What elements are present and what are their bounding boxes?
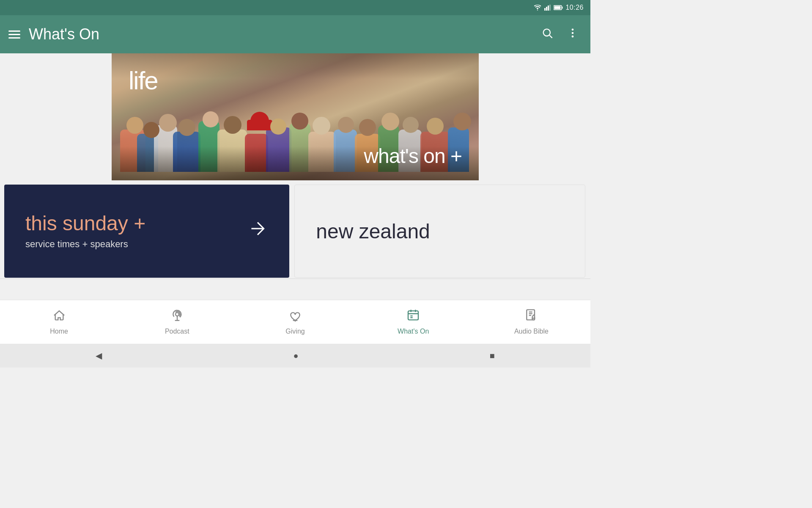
page-title: What's On [29, 25, 99, 43]
nav-label-giving: Giving [285, 328, 304, 335]
nav-label-whats-on: What's On [398, 328, 429, 335]
hero-image[interactable]: life what's on + [112, 53, 479, 180]
new-zealand-card[interactable]: new zealand [294, 185, 585, 278]
nav-item-audio-bible[interactable]: Audio Bible [472, 304, 590, 340]
back-button[interactable]: ◀ [83, 346, 115, 365]
svg-point-7 [543, 29, 550, 36]
nav-item-podcast[interactable]: Podcast [118, 304, 236, 340]
this-sunday-card[interactable]: this sunday + service times + speakers [4, 185, 289, 278]
recents-button[interactable]: ■ [477, 347, 508, 365]
nav-item-giving[interactable]: Giving [236, 304, 354, 340]
nav-label-audio-bible: Audio Bible [514, 328, 549, 335]
svg-point-10 [572, 32, 574, 34]
battery-icon [554, 5, 563, 10]
app-bar-actions [538, 24, 582, 45]
home-icon [52, 309, 66, 325]
nav-item-whats-on[interactable]: What's On [354, 304, 472, 340]
svg-rect-2 [548, 6, 549, 11]
system-nav: ◀ ● ■ [0, 344, 590, 367]
svg-rect-5 [562, 7, 563, 9]
hero-left-bg [0, 53, 112, 180]
divider [0, 279, 590, 279]
cards-section: this sunday + service times + speakers n… [0, 180, 590, 279]
status-icons: 10:26 [533, 4, 584, 11]
nav-label-home: Home [50, 328, 68, 335]
svg-rect-15 [408, 311, 418, 320]
audio-bible-icon [524, 309, 538, 325]
svg-point-9 [572, 28, 574, 30]
hero-tagline: what's on + [364, 144, 462, 168]
hero-logo: life [129, 66, 158, 95]
svg-point-11 [572, 35, 574, 37]
hero-section: life what's on + [0, 53, 590, 180]
svg-line-8 [549, 35, 552, 38]
nav-item-home[interactable]: Home [0, 304, 118, 340]
bottom-nav: Home Podcast Giving [0, 300, 590, 344]
status-bar: 10:26 [0, 0, 590, 15]
svg-rect-1 [546, 7, 547, 11]
card-left-subtitle: service times + speakers [25, 239, 247, 250]
menu-icon[interactable] [8, 30, 20, 39]
status-time: 10:26 [565, 4, 584, 11]
svg-point-13 [176, 312, 179, 316]
card-left-title: this sunday + [25, 213, 247, 235]
more-vertical-icon[interactable] [563, 24, 582, 45]
card-left-content: this sunday + service times + speakers [25, 213, 247, 250]
svg-rect-6 [554, 6, 561, 9]
signal-icon [544, 5, 551, 11]
app-bar: What's On [0, 15, 590, 53]
svg-rect-0 [544, 8, 546, 11]
nav-label-podcast: Podcast [165, 328, 189, 335]
home-button[interactable]: ● [280, 347, 311, 365]
podcast-icon [170, 309, 184, 325]
search-icon[interactable] [538, 24, 557, 45]
wifi-icon [533, 5, 542, 11]
svg-rect-3 [549, 5, 551, 11]
card-right-title: new zealand [316, 220, 430, 243]
hero-right-bg [479, 53, 590, 180]
arrow-right-icon [247, 218, 268, 244]
whats-on-icon [406, 309, 420, 325]
giving-icon [288, 309, 302, 325]
